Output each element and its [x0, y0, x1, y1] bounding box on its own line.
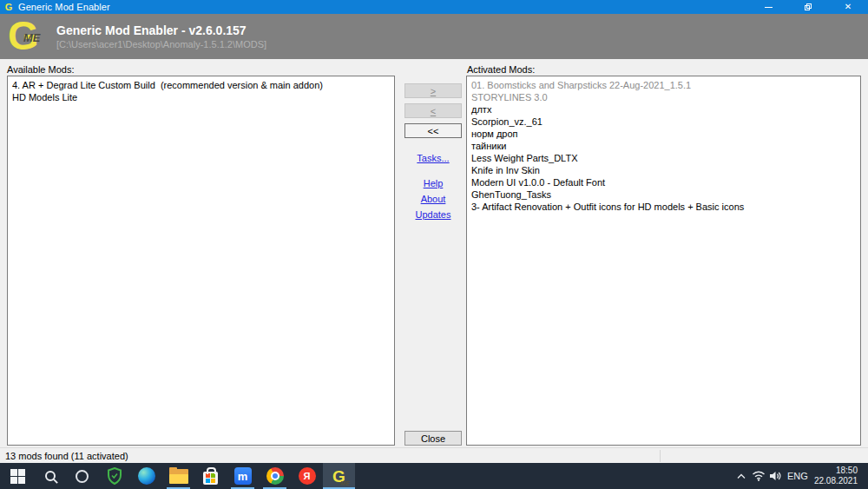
gme-taskbar-button[interactable]: GME	[323, 463, 355, 489]
language-indicator[interactable]: ENG	[785, 471, 811, 481]
list-item[interactable]: Less Weight Parts_DLTX	[467, 152, 860, 164]
list-item[interactable]: норм дроп	[467, 128, 860, 140]
minimize-button[interactable]	[748, 0, 788, 14]
volume-button[interactable]	[767, 463, 785, 489]
about-link[interactable]: About	[404, 194, 462, 204]
clock[interactable]: 18:50 22.08.2021	[814, 466, 858, 486]
app-icon-glyph: G	[5, 3, 13, 12]
activate-mod-button[interactable]: >	[404, 83, 462, 98]
mods-path: [C:\Users\acer1\Desktop\Anomaly-1.5.1.2\…	[56, 39, 266, 50]
yandex-icon: Я	[299, 467, 316, 485]
hidden-icons-button[interactable]	[733, 463, 750, 489]
antivirus-shield-button[interactable]	[98, 463, 130, 489]
screen: G Generic Mod Enabler ✕ G ME Generic Mod…	[0, 0, 868, 489]
statusbar: 13 mods found (11 activated)	[0, 447, 868, 463]
header-text: Generic Mod Enabler - v2.6.0.157 [C:\Use…	[56, 23, 266, 50]
mail-app-icon: m	[234, 467, 252, 485]
gme-icon: GME	[332, 468, 345, 485]
titlebar: G Generic Mod Enabler ✕	[0, 0, 868, 14]
chrome-icon	[266, 467, 284, 485]
yandex-button[interactable]: Я	[291, 463, 323, 489]
app-title: Generic Mod Enabler - v2.6.0.157	[56, 23, 266, 37]
volume-icon	[769, 471, 782, 481]
available-mods-list[interactable]: 4. AR + Degrad Lite Custom Build (recomm…	[7, 76, 395, 446]
activated-mods-label: Activated Mods:	[467, 64, 535, 75]
wifi-icon	[752, 471, 766, 481]
taskbar-apps: m Я GME	[2, 463, 355, 489]
list-item[interactable]: тайники	[467, 140, 860, 152]
gme-logo-icon: G ME	[8, 17, 46, 56]
wifi-button[interactable]	[750, 463, 767, 489]
list-item[interactable]: 01. Boomsticks and Sharpsticks 22-Aug-20…	[467, 79, 860, 91]
updates-link[interactable]: Updates	[404, 209, 462, 220]
middle-controls: > < << Tasks... Help About Updates	[404, 59, 462, 447]
minimize-icon	[765, 7, 773, 8]
tray-date: 22.08.2021	[814, 476, 858, 486]
edge-button[interactable]	[130, 463, 162, 489]
close-window-button[interactable]: ✕	[828, 0, 868, 14]
store-icon	[203, 472, 218, 485]
file-explorer-button[interactable]	[162, 463, 194, 489]
tray-time: 18:50	[814, 466, 858, 476]
windows-logo-icon	[10, 469, 25, 484]
shield-icon	[107, 467, 122, 485]
client-area: Available Mods: Activated Mods: 4. AR + …	[0, 59, 868, 447]
deactivate-mod-button[interactable]: <	[404, 103, 462, 118]
mail-app-button[interactable]: m	[227, 463, 259, 489]
list-item[interactable]: 3- Artifact Renovation + Outfit icons fo…	[467, 201, 860, 213]
list-item[interactable]: длтх	[467, 103, 860, 116]
store-button[interactable]	[194, 463, 227, 489]
list-item[interactable]: STORYLINES 3.0	[467, 91, 860, 103]
chevron-up-icon	[737, 473, 746, 479]
start-button[interactable]	[2, 463, 34, 489]
statusbar-divider	[660, 450, 661, 462]
edge-icon	[138, 467, 155, 485]
status-text: 13 mods found (11 activated)	[5, 451, 128, 461]
app-icon: G	[3, 2, 14, 12]
list-item[interactable]: GhenTuong_Tasks	[467, 188, 860, 201]
activated-mods-list[interactable]: 01. Boomsticks and Sharpsticks 22-Aug-20…	[466, 76, 861, 446]
close-icon: ✕	[845, 3, 852, 11]
deactivate-all-button[interactable]: <<	[404, 123, 462, 138]
restore-icon	[805, 3, 812, 10]
window-title: Generic Mod Enabler	[18, 2, 110, 12]
window-controls: ✕	[748, 0, 868, 14]
search-icon	[45, 471, 56, 481]
list-item[interactable]: Scorpion_vz._61	[467, 116, 860, 128]
list-item[interactable]: Modern UI v1.0.0 - Default Font	[467, 176, 860, 188]
search-button[interactable]	[34, 463, 66, 489]
list-item[interactable]: HD Models Lite	[8, 91, 394, 103]
close-button[interactable]: Close	[404, 431, 462, 446]
available-mods-label: Available Mods:	[7, 64, 74, 75]
file-explorer-icon	[169, 469, 188, 484]
cortana-icon	[76, 470, 89, 483]
help-link[interactable]: Help	[404, 178, 462, 188]
app-header: G ME Generic Mod Enabler - v2.6.0.157 [C…	[0, 14, 868, 59]
logo-letters-me: ME	[23, 31, 41, 44]
cortana-button[interactable]	[66, 463, 98, 489]
system-tray: ENG 18:50 22.08.2021	[733, 463, 868, 489]
list-item[interactable]: 4. AR + Degrad Lite Custom Build (recomm…	[8, 79, 394, 91]
restore-button[interactable]	[788, 0, 828, 14]
tasks-link[interactable]: Tasks...	[404, 153, 462, 163]
list-item[interactable]: Knife in Inv Skin	[467, 164, 860, 176]
chrome-button[interactable]	[259, 463, 291, 489]
taskbar: m Я GME	[0, 463, 868, 489]
